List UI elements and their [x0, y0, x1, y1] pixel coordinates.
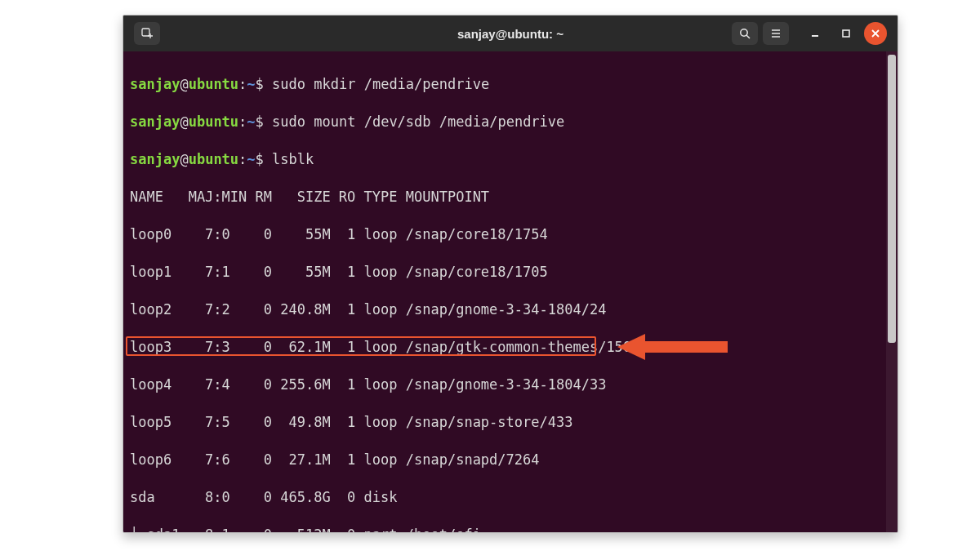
hamburger-menu-button[interactable]	[763, 22, 789, 45]
search-button[interactable]	[732, 22, 758, 45]
prompt-line-3: sanjay@ubuntu:~$ lsblk	[130, 150, 889, 169]
lsblk-row: loop5 7:5 0 49.8M 1 loop /snap/snap-stor…	[130, 413, 889, 432]
prompt-line-1: sanjay@ubuntu:~$ sudo mkdir /media/pendr…	[130, 75, 889, 94]
lsblk-row: ├─sda1 8:1 0 512M 0 part /boot/efi	[130, 526, 889, 532]
terminal-window: sanjay@ubuntu: ~	[122, 15, 898, 533]
svg-rect-9	[843, 30, 849, 37]
terminal-viewport[interactable]: sanjay@ubuntu:~$ sudo mkdir /media/pendr…	[123, 51, 898, 532]
lsblk-row: loop1 7:1 0 55M 1 loop /snap/core18/1705	[130, 263, 889, 282]
lsblk-row: loop0 7:0 0 55M 1 loop /snap/core18/1754	[130, 225, 889, 244]
titlebar: sanjay@ubuntu: ~	[123, 16, 898, 51]
svg-rect-0	[142, 29, 149, 36]
prompt-path: ~	[247, 76, 255, 92]
terminal-content: sanjay@ubuntu:~$ sudo mkdir /media/pendr…	[123, 51, 898, 532]
svg-line-4	[746, 35, 750, 38]
lsblk-header: NAME MAJ:MIN RM SIZE RO TYPE MOUNTPOINT	[130, 188, 889, 207]
close-button[interactable]	[864, 22, 887, 45]
lsblk-row: loop6 7:6 0 27.1M 1 loop /snap/snapd/726…	[130, 451, 889, 469]
lsblk-row: loop3 7:3 0 62.1M 1 loop /snap/gtk-commo…	[130, 338, 889, 357]
minimize-button[interactable]	[802, 22, 828, 45]
prompt-user: sanjay	[130, 76, 180, 92]
scrollbar-track[interactable]	[886, 51, 898, 532]
svg-point-3	[741, 29, 747, 36]
lsblk-row: sda 8:0 0 465.8G 0 disk	[130, 488, 889, 507]
lsblk-row: loop4 7:4 0 255.6M 1 loop /snap/gnome-3-…	[130, 375, 889, 394]
maximize-button[interactable]	[833, 22, 859, 45]
lsblk-row: loop2 7:2 0 240.8M 1 loop /snap/gnome-3-…	[130, 300, 889, 319]
command-2: sudo mount /dev/sdb /media/pendrive	[272, 113, 564, 130]
prompt-line-2: sanjay@ubuntu:~$ sudo mount /dev/sdb /me…	[130, 113, 889, 131]
command-3: lsblk	[272, 151, 314, 167]
command-1: sudo mkdir /media/pendrive	[272, 76, 489, 92]
scrollbar-thumb[interactable]	[888, 55, 896, 343]
new-tab-button[interactable]	[134, 22, 160, 45]
prompt-host: ubuntu	[189, 76, 238, 92]
